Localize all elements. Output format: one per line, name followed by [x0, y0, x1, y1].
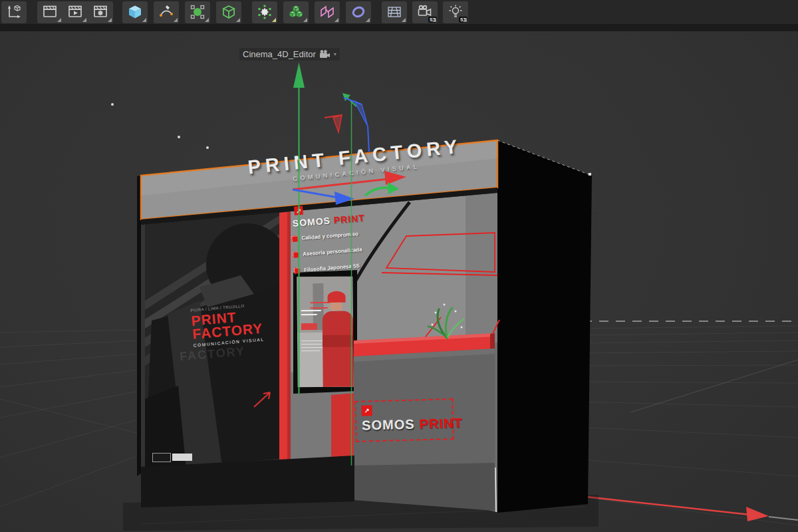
- flyout-indicator: [334, 18, 338, 22]
- flyout-indicator: [272, 18, 276, 22]
- field-torus-icon: [350, 4, 366, 20]
- secondary-axis-z[interactable]: [344, 98, 369, 152]
- floor-button[interactable]: [382, 1, 407, 23]
- secondary-axis-x[interactable]: [325, 115, 342, 132]
- add-spline-button[interactable]: [154, 1, 179, 23]
- render-button-group: [37, 1, 113, 23]
- add-generator-button[interactable]: [185, 1, 210, 23]
- flyout-indicator: [82, 18, 86, 22]
- flyout-indicator: [236, 18, 240, 22]
- light-button[interactable]: ST: [443, 1, 468, 23]
- flyout-indicator: [366, 18, 370, 22]
- add-volume-button[interactable]: [216, 1, 241, 23]
- render-settings-button[interactable]: [88, 1, 113, 23]
- flyout-indicator: [303, 18, 307, 22]
- cloner-cubes-icon: [288, 4, 304, 20]
- spline-pen-icon: [158, 4, 174, 20]
- flyout-indicator: [108, 18, 112, 22]
- flyout-indicator: [57, 18, 61, 22]
- sphere-generator-icon: [190, 4, 205, 20]
- cloner-button[interactable]: [283, 1, 309, 23]
- toolbar-divider-strip: [0, 24, 798, 31]
- floor-grid-icon: [386, 4, 402, 20]
- gizmo-z-axis-handle[interactable]: [293, 190, 354, 205]
- flyout-indicator: [402, 18, 406, 22]
- volume-cube-icon: [221, 4, 237, 20]
- secondary-axis-y[interactable]: [342, 93, 356, 466]
- clapperboard-icon: [42, 4, 58, 20]
- cinema4d-viewport-window: PRINT FACTORY COMUNICACIÓN VISUAL PIURA …: [0, 0, 798, 532]
- deformer-planes-icon: [319, 4, 335, 20]
- transform-gizmo-layer: [0, 0, 798, 532]
- cube-primitive-icon: [127, 4, 143, 20]
- render-to-picture-viewer-button[interactable]: [63, 1, 88, 23]
- top-toolbar: ST ST: [0, 0, 798, 24]
- simulation-gear-icon: [257, 4, 273, 20]
- flyout-indicator: [142, 18, 146, 22]
- simulation-button[interactable]: [252, 1, 277, 23]
- clapperboard-settings-icon: [92, 4, 108, 20]
- add-primitive-button[interactable]: [122, 1, 148, 23]
- field-button[interactable]: [346, 1, 371, 23]
- flyout-indicator: [174, 18, 178, 22]
- clapperboard-play-icon: [67, 4, 83, 20]
- flyout-indicator: [463, 18, 467, 22]
- flyout-indicator: [432, 18, 436, 22]
- gizmo-y-axis-handle[interactable]: [293, 63, 305, 394]
- camera-button[interactable]: ST: [412, 1, 438, 23]
- render-view-button[interactable]: [37, 1, 63, 23]
- coordinate-system-icon: [6, 4, 22, 20]
- gizmo-rotation-handle[interactable]: [365, 182, 399, 196]
- deformer-button[interactable]: [315, 1, 340, 23]
- flyout-indicator: [205, 18, 209, 22]
- coordinate-system-button[interactable]: [1, 1, 27, 23]
